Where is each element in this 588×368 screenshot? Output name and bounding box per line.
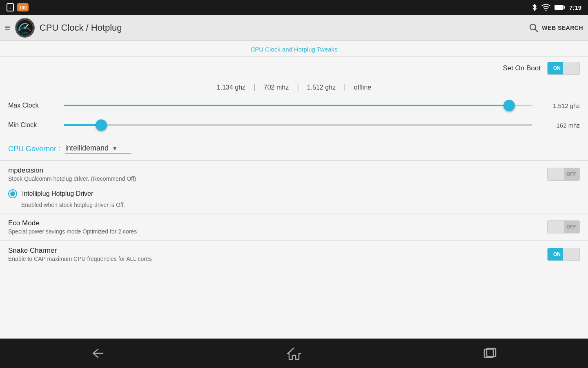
mpdecision-title: mpdecision xyxy=(8,166,539,175)
svg-point-2 xyxy=(545,10,546,11)
cpu-stat-2: 702 mhz xyxy=(264,84,289,91)
svg-text:E.F.C: E.F.C xyxy=(22,31,28,34)
max-clock-row: Max Clock 1.512 ghz xyxy=(8,101,580,110)
eco-mode-title: Eco Mode xyxy=(8,219,539,227)
hamburger-menu[interactable]: ≡ xyxy=(5,22,10,33)
status-time: 7:19 xyxy=(569,4,581,11)
max-clock-label: Max Clock xyxy=(8,102,57,109)
mpdecision-row: mpdecision Stock Qualcomm hotplug driver… xyxy=(0,162,588,186)
governor-row: CPU Governor : intellidemand ▼ xyxy=(0,141,588,159)
mpdecision-thumb xyxy=(548,168,564,180)
cpu-stat-3: 1.512 ghz xyxy=(307,84,336,91)
set-on-boot-row: Set On Boot ON xyxy=(0,57,588,80)
mpdecision-description: Stock Qualcomm hotplug driver. (Recommen… xyxy=(8,175,539,182)
intelliplug-radio-row[interactable]: Intelliplug Hotplug Driver xyxy=(0,186,588,202)
eco-mode-toggle-label: OFF xyxy=(564,224,579,230)
status-bar: ↓ 100 7:19 xyxy=(0,0,588,15)
snake-charmer-title: Snake Charmer xyxy=(8,247,539,255)
radio-inner xyxy=(10,191,15,196)
max-clock-thumb[interactable] xyxy=(503,100,515,111)
svg-point-5 xyxy=(24,27,26,29)
recent-apps-button[interactable] xyxy=(478,345,502,361)
eco-mode-toggle[interactable]: OFF xyxy=(547,220,580,233)
download-icon: ↓ xyxy=(7,3,14,11)
cpu-stats-row: 1.134 ghz | 702 mhz | 1.512 ghz | offlin… xyxy=(0,80,588,98)
governor-label: CPU Governor : xyxy=(8,145,60,153)
mpdecision-toggle-label: OFF xyxy=(564,171,579,177)
eco-mode-row: Eco Mode Special power savings mode Opti… xyxy=(0,215,588,239)
snake-charmer-description: Enable to CAP maximum CPU frequencies fo… xyxy=(8,256,539,262)
max-clock-fill xyxy=(64,105,509,106)
home-icon xyxy=(287,346,301,360)
snake-charmer-toggle-container: ON xyxy=(547,248,580,261)
status-right-icons: 7:19 xyxy=(532,3,581,11)
section-title: CPU Clock and Hotplug Tweaks xyxy=(250,46,337,53)
stat-divider-2: | xyxy=(297,83,299,92)
mpdecision-toggle[interactable]: OFF xyxy=(547,168,580,181)
recent-apps-icon xyxy=(483,347,497,359)
stat-divider-3: | xyxy=(344,83,346,92)
divider-3 xyxy=(0,240,588,241)
section-header: CPU Clock and Hotplug Tweaks xyxy=(0,41,588,57)
divider-2 xyxy=(0,213,588,213)
notification-badge: 100 xyxy=(17,3,29,11)
app-title: CPU Clock / Hotplug xyxy=(40,22,529,33)
mpdecision-content: mpdecision Stock Qualcomm hotplug driver… xyxy=(8,166,539,182)
intelliplug-radio-button[interactable] xyxy=(8,189,17,198)
stat-divider-1: | xyxy=(254,83,256,92)
svg-line-8 xyxy=(535,29,538,32)
app-icon: E.F.C xyxy=(15,18,35,38)
toggle-on-label: ON xyxy=(551,65,563,71)
svg-text:↓: ↓ xyxy=(9,5,11,10)
cpu-stat-4: offline xyxy=(354,84,371,91)
web-search-button[interactable]: WEB SEARCH xyxy=(529,23,583,33)
intelliplug-description: Enabled when stock hotplug driver is Off… xyxy=(0,202,588,211)
wifi-icon xyxy=(541,4,550,11)
snake-charmer-thumb xyxy=(563,248,579,260)
min-clock-thumb[interactable] xyxy=(96,119,107,131)
min-clock-row: Min Clock 162 mhz xyxy=(8,121,580,129)
max-clock-slider-container xyxy=(64,101,532,110)
snake-charmer-toggle[interactable]: ON xyxy=(547,248,580,261)
divider-1 xyxy=(0,160,588,161)
eco-mode-thumb xyxy=(548,221,564,233)
governor-value: intellidemand xyxy=(65,144,109,153)
back-button[interactable] xyxy=(86,345,110,361)
web-search-label: WEB SEARCH xyxy=(542,25,583,31)
main-content: CPU Clock and Hotplug Tweaks Set On Boot… xyxy=(0,41,588,339)
mpdecision-toggle-container: OFF xyxy=(547,168,580,181)
set-on-boot-label: Set On Boot xyxy=(503,64,541,72)
min-clock-label: Min Clock xyxy=(8,121,57,129)
sliders-section: Max Clock 1.512 ghz Min Clock 162 mhz xyxy=(0,98,588,141)
divider-4 xyxy=(0,268,588,268)
eco-mode-content: Eco Mode Special power savings mode Opti… xyxy=(8,219,539,235)
intelliplug-label: Intelliplug Hotplug Driver xyxy=(22,190,93,197)
min-clock-slider-container xyxy=(64,121,532,129)
eco-mode-toggle-container: OFF xyxy=(547,220,580,233)
max-clock-value: 1.512 ghz xyxy=(539,102,580,109)
max-clock-track xyxy=(64,105,532,106)
snake-charmer-row: Snake Charmer Enable to CAP maximum CPU … xyxy=(0,242,588,266)
home-button[interactable] xyxy=(282,345,306,361)
set-on-boot-toggle[interactable]: ON xyxy=(547,62,580,75)
toggle-thumb xyxy=(563,62,579,74)
app-bar: ≡ E.F.C CPU Clock / Hotplug WEB SEARCH xyxy=(0,15,588,41)
cpu-stat-1: 1.134 ghz xyxy=(217,84,245,91)
search-icon xyxy=(529,23,539,33)
bluetooth-icon xyxy=(532,3,537,11)
back-icon xyxy=(90,347,106,359)
snake-charmer-toggle-label: ON xyxy=(551,251,563,257)
governor-dropdown-arrow: ▼ xyxy=(112,145,118,152)
snake-charmer-content: Snake Charmer Enable to CAP maximum CPU … xyxy=(8,247,539,262)
min-clock-value: 162 mhz xyxy=(539,122,580,129)
min-clock-track xyxy=(64,124,532,126)
eco-mode-description: Special power savings mode Optimized for… xyxy=(8,228,539,235)
bottom-nav xyxy=(0,339,588,368)
status-left-icons: ↓ 100 xyxy=(7,3,29,11)
battery-icon xyxy=(555,5,565,10)
governor-dropdown[interactable]: intellidemand ▼ xyxy=(65,144,131,154)
